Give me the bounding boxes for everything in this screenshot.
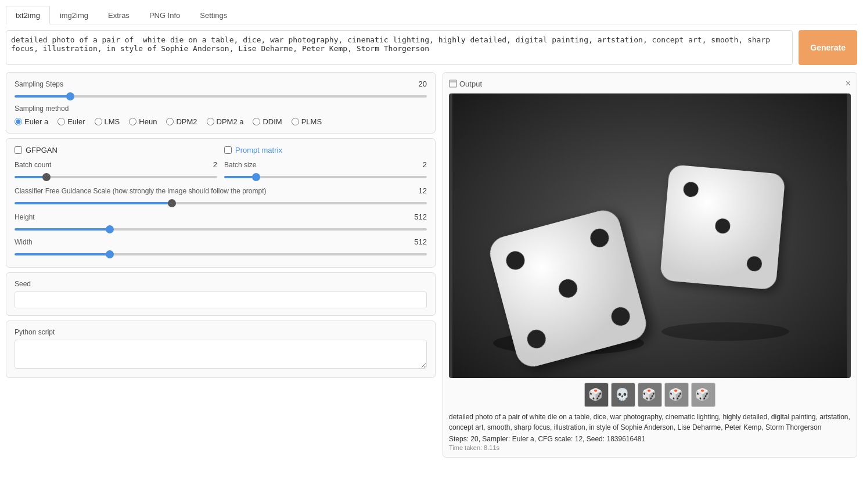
tab-settings[interactable]: Settings (190, 6, 237, 24)
width-label: Width (15, 238, 33, 246)
output-time-taken: Time taken: 8.11s (449, 444, 851, 451)
seed-panel: Seed -1 (6, 272, 436, 316)
thumbnails-row: 🎲 💀 🎲 🎲 🎲 (449, 383, 851, 407)
seed-label: Seed (15, 280, 427, 288)
radio-plms[interactable]: PLMS (292, 117, 322, 126)
svg-rect-0 (450, 80, 456, 87)
plms-label: PLMS (301, 117, 322, 126)
batch-size-value: 2 (423, 160, 427, 169)
tab-extras[interactable]: Extras (98, 6, 139, 24)
svg-text:🎲: 🎲 (588, 387, 603, 401)
radio-euler[interactable]: Euler (57, 117, 85, 126)
svg-text:🎲: 🎲 (668, 387, 683, 401)
output-header: Output × (449, 78, 851, 89)
dpm2-label: DPM2 (176, 117, 197, 126)
tab-txt2img[interactable]: txt2img (6, 6, 50, 24)
checkboxes-row: GFPGAN Prompt matrix (15, 146, 427, 154)
sampling-steps-slider[interactable] (15, 95, 427, 98)
height-slider[interactable] (15, 228, 427, 231)
thumbnail-4[interactable]: 🎲 (664, 383, 689, 407)
tab-bar: txt2img img2img Extras PNG Info Settings (6, 6, 857, 24)
gfpgan-label: GFPGAN (26, 146, 57, 154)
batch-count-label-row: Batch count 2 (15, 160, 217, 169)
output-close-button[interactable]: × (846, 78, 851, 89)
radio-dpm2a[interactable]: DPM2 a (207, 117, 244, 126)
sampling-method-label: Sampling method (15, 105, 427, 113)
main-layout: Sampling Steps 20 Sampling method Euler … (6, 72, 857, 458)
seed-input[interactable]: -1 (15, 291, 427, 308)
radio-ddim[interactable]: DDIM (253, 117, 282, 126)
sampling-steps-label: Sampling Steps (15, 80, 63, 88)
svg-text:🎲: 🎲 (642, 387, 656, 401)
left-panel: Sampling Steps 20 Sampling method Euler … (6, 72, 436, 458)
cfg-label: Classifier Free Guidance Scale (how stro… (15, 187, 267, 195)
batch-row: Batch count 2 Batch size 2 (15, 160, 427, 183)
heun-label: Heun (139, 117, 157, 126)
height-section: Height 512 (15, 213, 427, 235)
python-script-input[interactable] (15, 340, 427, 369)
batch-size-section: Batch size 2 (224, 160, 427, 183)
width-section: Width 512 (15, 237, 427, 260)
sampling-method-group: Euler a Euler LMS Heun (15, 117, 427, 126)
batch-count-section: Batch count 2 (15, 160, 217, 183)
ddim-label: DDIM (263, 117, 282, 126)
cfg-label-row: Classifier Free Guidance Scale (how stro… (15, 186, 427, 195)
cfg-value: 12 (419, 186, 427, 195)
batch-size-slider[interactable] (224, 176, 427, 178)
svg-point-4 (661, 322, 789, 341)
right-panel: Output × (443, 72, 857, 458)
output-steps-info: Steps: 20, Sampler: Euler a, CFG scale: … (449, 435, 851, 443)
sampling-steps-value: 20 (419, 80, 427, 88)
width-slider[interactable] (15, 253, 427, 255)
radio-euler-a[interactable]: Euler a (15, 117, 48, 126)
prompt-matrix-item[interactable]: Prompt matrix (224, 146, 427, 154)
tab-png-info[interactable]: PNG Info (139, 6, 190, 24)
euler-a-label: Euler a (24, 117, 48, 126)
thumbnail-2[interactable]: 💀 (611, 383, 635, 407)
prompt-matrix-label: Prompt matrix (235, 146, 282, 154)
prompt-input[interactable]: detailed photo of a pair of white die on… (6, 30, 793, 65)
cfg-slider[interactable] (15, 202, 427, 204)
height-value: 512 (414, 213, 427, 221)
batch-count-slider[interactable] (15, 176, 217, 178)
python-script-panel: Python script (6, 321, 436, 378)
thumbnail-1[interactable]: 🎲 (584, 383, 609, 407)
output-icon (449, 80, 457, 88)
tab-img2img[interactable]: img2img (50, 6, 98, 24)
radio-lms[interactable]: LMS (95, 117, 120, 126)
batch-count-value: 2 (213, 160, 217, 169)
prompt-section: detailed photo of a pair of white die on… (6, 30, 857, 65)
gfpgan-checkbox[interactable] (15, 146, 22, 154)
batch-size-label: Batch size (224, 161, 256, 169)
options-panel: GFPGAN Prompt matrix Batch count 2 (6, 138, 436, 268)
thumbnail-3[interactable]: 🎲 (638, 383, 662, 407)
lms-label: LMS (105, 117, 120, 126)
radio-heun[interactable]: Heun (129, 117, 157, 126)
output-panel: Output × (443, 72, 857, 458)
gfpgan-item[interactable]: GFPGAN (15, 146, 217, 154)
cfg-section: Classifier Free Guidance Scale (how stro… (15, 186, 427, 209)
generated-image (449, 93, 851, 378)
output-description: detailed photo of a pair of white die on… (449, 412, 851, 433)
dice-svg (449, 93, 851, 378)
sampling-steps-label-row: Sampling Steps 20 (15, 80, 427, 88)
generate-button[interactable]: Generate (799, 30, 857, 65)
output-title: Output (449, 80, 482, 88)
height-label: Height (15, 213, 35, 221)
thumbnail-5[interactable]: 🎲 (691, 383, 715, 407)
radio-dpm2[interactable]: DPM2 (166, 117, 197, 126)
euler-label: Euler (67, 117, 85, 126)
sampling-panel: Sampling Steps 20 Sampling method Euler … (6, 72, 436, 134)
batch-size-label-row: Batch size 2 (224, 160, 427, 169)
prompt-matrix-checkbox[interactable] (224, 146, 232, 154)
width-label-row: Width 512 (15, 237, 427, 246)
width-value: 512 (414, 237, 427, 246)
python-script-label: Python script (15, 328, 427, 336)
svg-text:💀: 💀 (615, 387, 630, 401)
height-label-row: Height 512 (15, 213, 427, 221)
svg-text:🎲: 🎲 (695, 387, 710, 401)
dpm2a-label: DPM2 a (217, 117, 244, 126)
batch-count-label: Batch count (15, 161, 51, 169)
